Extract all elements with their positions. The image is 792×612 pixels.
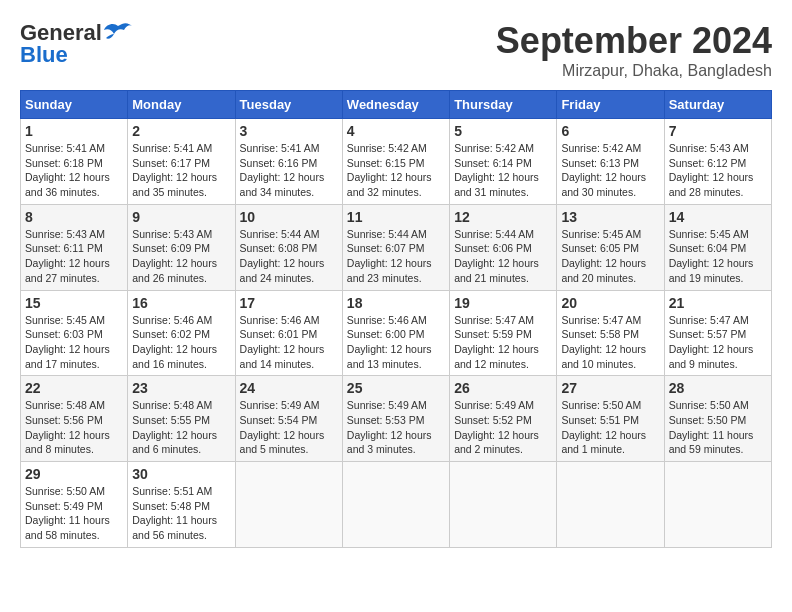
calendar-cell: 4Sunrise: 5:42 AM Sunset: 6:15 PM Daylig…: [342, 119, 449, 205]
day-info: Sunrise: 5:50 AM Sunset: 5:49 PM Dayligh…: [25, 484, 123, 543]
day-number: 25: [347, 380, 445, 396]
calendar-cell: 29Sunrise: 5:50 AM Sunset: 5:49 PM Dayli…: [21, 462, 128, 548]
calendar-cell: 20Sunrise: 5:47 AM Sunset: 5:58 PM Dayli…: [557, 290, 664, 376]
day-number: 16: [132, 295, 230, 311]
weekday-header-friday: Friday: [557, 91, 664, 119]
calendar-week-row: 22Sunrise: 5:48 AM Sunset: 5:56 PM Dayli…: [21, 376, 772, 462]
page-header: General Blue September 2024 Mirzapur, Dh…: [20, 20, 772, 80]
calendar-cell: 24Sunrise: 5:49 AM Sunset: 5:54 PM Dayli…: [235, 376, 342, 462]
title-block: September 2024 Mirzapur, Dhaka, Banglade…: [496, 20, 772, 80]
day-info: Sunrise: 5:42 AM Sunset: 6:15 PM Dayligh…: [347, 141, 445, 200]
calendar-cell: [235, 462, 342, 548]
calendar-cell: 23Sunrise: 5:48 AM Sunset: 5:55 PM Dayli…: [128, 376, 235, 462]
day-info: Sunrise: 5:47 AM Sunset: 5:58 PM Dayligh…: [561, 313, 659, 372]
weekday-header-thursday: Thursday: [450, 91, 557, 119]
calendar-week-row: 1Sunrise: 5:41 AM Sunset: 6:18 PM Daylig…: [21, 119, 772, 205]
calendar-cell: 12Sunrise: 5:44 AM Sunset: 6:06 PM Dayli…: [450, 204, 557, 290]
calendar-cell: 15Sunrise: 5:45 AM Sunset: 6:03 PM Dayli…: [21, 290, 128, 376]
logo-bird-icon: [104, 22, 132, 44]
day-number: 29: [25, 466, 123, 482]
day-info: Sunrise: 5:45 AM Sunset: 6:05 PM Dayligh…: [561, 227, 659, 286]
day-info: Sunrise: 5:44 AM Sunset: 6:06 PM Dayligh…: [454, 227, 552, 286]
day-info: Sunrise: 5:43 AM Sunset: 6:09 PM Dayligh…: [132, 227, 230, 286]
day-number: 24: [240, 380, 338, 396]
calendar-cell: 26Sunrise: 5:49 AM Sunset: 5:52 PM Dayli…: [450, 376, 557, 462]
calendar-cell: 22Sunrise: 5:48 AM Sunset: 5:56 PM Dayli…: [21, 376, 128, 462]
day-info: Sunrise: 5:49 AM Sunset: 5:52 PM Dayligh…: [454, 398, 552, 457]
calendar-cell: 7Sunrise: 5:43 AM Sunset: 6:12 PM Daylig…: [664, 119, 771, 205]
weekday-header-monday: Monday: [128, 91, 235, 119]
day-number: 13: [561, 209, 659, 225]
day-info: Sunrise: 5:47 AM Sunset: 5:59 PM Dayligh…: [454, 313, 552, 372]
day-info: Sunrise: 5:47 AM Sunset: 5:57 PM Dayligh…: [669, 313, 767, 372]
day-number: 1: [25, 123, 123, 139]
day-info: Sunrise: 5:41 AM Sunset: 6:17 PM Dayligh…: [132, 141, 230, 200]
day-info: Sunrise: 5:46 AM Sunset: 6:00 PM Dayligh…: [347, 313, 445, 372]
day-number: 9: [132, 209, 230, 225]
weekday-header-tuesday: Tuesday: [235, 91, 342, 119]
calendar-cell: 9Sunrise: 5:43 AM Sunset: 6:09 PM Daylig…: [128, 204, 235, 290]
day-number: 5: [454, 123, 552, 139]
calendar-week-row: 15Sunrise: 5:45 AM Sunset: 6:03 PM Dayli…: [21, 290, 772, 376]
day-info: Sunrise: 5:41 AM Sunset: 6:18 PM Dayligh…: [25, 141, 123, 200]
day-info: Sunrise: 5:44 AM Sunset: 6:07 PM Dayligh…: [347, 227, 445, 286]
day-number: 22: [25, 380, 123, 396]
calendar-cell: 2Sunrise: 5:41 AM Sunset: 6:17 PM Daylig…: [128, 119, 235, 205]
calendar-week-row: 29Sunrise: 5:50 AM Sunset: 5:49 PM Dayli…: [21, 462, 772, 548]
day-info: Sunrise: 5:51 AM Sunset: 5:48 PM Dayligh…: [132, 484, 230, 543]
day-number: 8: [25, 209, 123, 225]
day-info: Sunrise: 5:50 AM Sunset: 5:51 PM Dayligh…: [561, 398, 659, 457]
day-number: 4: [347, 123, 445, 139]
calendar-cell: 28Sunrise: 5:50 AM Sunset: 5:50 PM Dayli…: [664, 376, 771, 462]
month-title: September 2024: [496, 20, 772, 62]
logo-blue: Blue: [20, 42, 68, 68]
day-number: 30: [132, 466, 230, 482]
day-info: Sunrise: 5:43 AM Sunset: 6:11 PM Dayligh…: [25, 227, 123, 286]
location: Mirzapur, Dhaka, Bangladesh: [496, 62, 772, 80]
day-info: Sunrise: 5:41 AM Sunset: 6:16 PM Dayligh…: [240, 141, 338, 200]
calendar-cell: 11Sunrise: 5:44 AM Sunset: 6:07 PM Dayli…: [342, 204, 449, 290]
calendar-body: 1Sunrise: 5:41 AM Sunset: 6:18 PM Daylig…: [21, 119, 772, 548]
calendar-cell: 30Sunrise: 5:51 AM Sunset: 5:48 PM Dayli…: [128, 462, 235, 548]
day-info: Sunrise: 5:42 AM Sunset: 6:13 PM Dayligh…: [561, 141, 659, 200]
day-number: 20: [561, 295, 659, 311]
day-info: Sunrise: 5:46 AM Sunset: 6:01 PM Dayligh…: [240, 313, 338, 372]
calendar-cell: [342, 462, 449, 548]
day-number: 21: [669, 295, 767, 311]
day-number: 17: [240, 295, 338, 311]
calendar-cell: 1Sunrise: 5:41 AM Sunset: 6:18 PM Daylig…: [21, 119, 128, 205]
day-info: Sunrise: 5:43 AM Sunset: 6:12 PM Dayligh…: [669, 141, 767, 200]
day-number: 23: [132, 380, 230, 396]
weekday-header-sunday: Sunday: [21, 91, 128, 119]
calendar-cell: 10Sunrise: 5:44 AM Sunset: 6:08 PM Dayli…: [235, 204, 342, 290]
calendar-cell: 14Sunrise: 5:45 AM Sunset: 6:04 PM Dayli…: [664, 204, 771, 290]
day-number: 18: [347, 295, 445, 311]
day-number: 12: [454, 209, 552, 225]
calendar-cell: [664, 462, 771, 548]
calendar-cell: 13Sunrise: 5:45 AM Sunset: 6:05 PM Dayli…: [557, 204, 664, 290]
calendar-cell: 6Sunrise: 5:42 AM Sunset: 6:13 PM Daylig…: [557, 119, 664, 205]
day-number: 11: [347, 209, 445, 225]
day-info: Sunrise: 5:42 AM Sunset: 6:14 PM Dayligh…: [454, 141, 552, 200]
day-info: Sunrise: 5:48 AM Sunset: 5:55 PM Dayligh…: [132, 398, 230, 457]
weekday-header-saturday: Saturday: [664, 91, 771, 119]
calendar-cell: 19Sunrise: 5:47 AM Sunset: 5:59 PM Dayli…: [450, 290, 557, 376]
day-number: 2: [132, 123, 230, 139]
day-number: 26: [454, 380, 552, 396]
day-number: 28: [669, 380, 767, 396]
calendar-cell: 8Sunrise: 5:43 AM Sunset: 6:11 PM Daylig…: [21, 204, 128, 290]
day-number: 15: [25, 295, 123, 311]
day-number: 14: [669, 209, 767, 225]
calendar-table: SundayMondayTuesdayWednesdayThursdayFrid…: [20, 90, 772, 548]
calendar-header-row: SundayMondayTuesdayWednesdayThursdayFrid…: [21, 91, 772, 119]
day-info: Sunrise: 5:48 AM Sunset: 5:56 PM Dayligh…: [25, 398, 123, 457]
weekday-header-wednesday: Wednesday: [342, 91, 449, 119]
day-number: 7: [669, 123, 767, 139]
calendar-cell: 21Sunrise: 5:47 AM Sunset: 5:57 PM Dayli…: [664, 290, 771, 376]
calendar-cell: [450, 462, 557, 548]
day-info: Sunrise: 5:49 AM Sunset: 5:53 PM Dayligh…: [347, 398, 445, 457]
calendar-cell: 16Sunrise: 5:46 AM Sunset: 6:02 PM Dayli…: [128, 290, 235, 376]
calendar-cell: 3Sunrise: 5:41 AM Sunset: 6:16 PM Daylig…: [235, 119, 342, 205]
calendar-cell: 27Sunrise: 5:50 AM Sunset: 5:51 PM Dayli…: [557, 376, 664, 462]
day-number: 3: [240, 123, 338, 139]
